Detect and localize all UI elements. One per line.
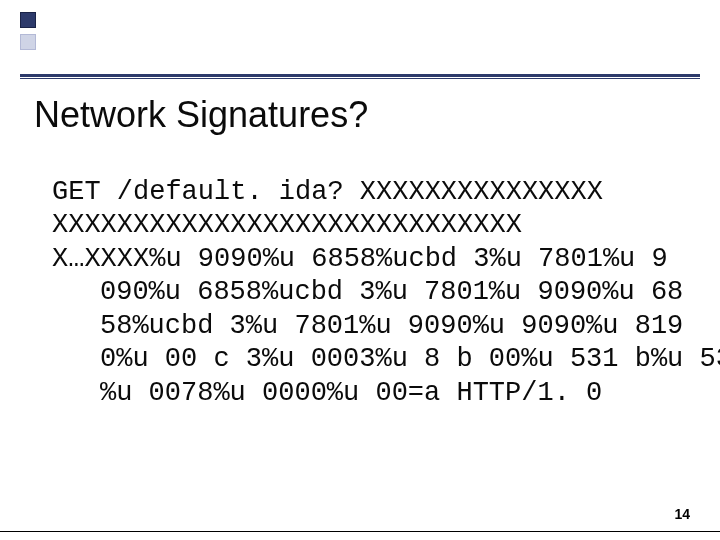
code-line-3-cont3: 0%u 00 c 3%u 0003%u 8 b 00%u 531 b%u 53 … [100,343,680,376]
square-dark-icon [20,12,36,28]
code-line-1: GET /default. ida? XXXXXXXXXXXXXXX [52,177,603,207]
page-number: 14 [674,506,690,522]
footer-rule [0,531,720,532]
code-line-3: X…XXXX%u 9090%u 6858%ucbd 3%u 7801%u 9 [52,244,668,274]
code-line-2: XXXXXXXXXXXXXXXXXXXXXXXXXXXXX [52,210,522,240]
code-line-3-cont4: %u 0078%u 0000%u 00=a HTTP/1. 0 [100,377,680,410]
slide-title: Network Signatures? [34,94,368,136]
square-light-icon [20,34,36,50]
code-line-3-cont1: 090%u 6858%ucbd 3%u 7801%u 9090%u 68 [100,276,680,309]
code-block: GET /default. ida? XXXXXXXXXXXXXXX XXXXX… [52,176,680,410]
code-line-3-cont2: 58%ucbd 3%u 7801%u 9090%u 9090%u 819 [100,310,680,343]
corner-decoration [20,12,36,50]
header-rule [20,74,700,79]
